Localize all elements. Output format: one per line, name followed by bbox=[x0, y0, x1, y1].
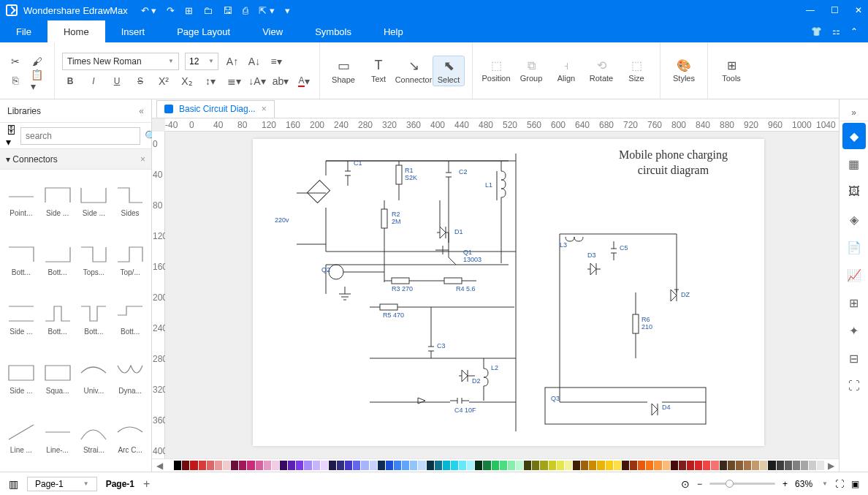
library-shape[interactable]: Line ... bbox=[4, 411, 38, 459]
customize-qat-button[interactable]: ▾ bbox=[285, 5, 290, 16]
color-swatch[interactable] bbox=[288, 461, 295, 470]
color-swatch[interactable] bbox=[500, 461, 507, 470]
color-swatch[interactable] bbox=[345, 461, 352, 470]
library-shape[interactable]: Sides bbox=[113, 174, 147, 222]
menu-view[interactable]: View bbox=[246, 20, 299, 42]
zoom-slider[interactable] bbox=[709, 483, 775, 485]
rotate-tool[interactable]: ⟲Rotate bbox=[585, 56, 617, 86]
copy-button[interactable]: ⎘ bbox=[7, 72, 23, 88]
library-shape[interactable]: Bott... bbox=[4, 233, 38, 281]
save-button[interactable]: 🖫 bbox=[223, 5, 232, 16]
color-swatch[interactable] bbox=[646, 461, 653, 470]
strikethrough-button[interactable]: S bbox=[132, 73, 148, 89]
color-swatch[interactable] bbox=[313, 461, 320, 470]
table-icon[interactable]: ⊞ bbox=[842, 290, 866, 316]
color-swatch[interactable] bbox=[752, 461, 759, 470]
color-swatch[interactable] bbox=[711, 461, 718, 470]
label-l1[interactable]: L1 bbox=[485, 181, 492, 189]
color-swatch[interactable] bbox=[532, 461, 539, 470]
font-family-select[interactable]: Times New Roman▼ bbox=[62, 53, 179, 70]
add-page-button[interactable]: + bbox=[143, 477, 150, 491]
subscript-button[interactable]: X₂ bbox=[179, 73, 195, 89]
select-tool[interactable]: ⬉Select bbox=[433, 56, 465, 86]
color-swatch[interactable] bbox=[549, 461, 556, 470]
collapse-libraries-button[interactable]: « bbox=[139, 106, 144, 116]
image-icon[interactable]: 🖼 bbox=[842, 178, 866, 205]
color-swatch[interactable] bbox=[199, 461, 206, 470]
pages-view-button[interactable]: ▥ bbox=[9, 478, 18, 490]
font-color-button[interactable]: A▾ bbox=[296, 73, 312, 89]
cut-button[interactable]: ✂ bbox=[7, 53, 23, 69]
library-shape[interactable]: Side ... bbox=[4, 352, 38, 400]
color-swatch[interactable] bbox=[353, 461, 360, 470]
library-shape[interactable]: Bott... bbox=[113, 292, 147, 341]
menu-page-layout[interactable]: Page Layout bbox=[161, 20, 246, 42]
color-swatch[interactable] bbox=[622, 461, 629, 470]
color-swatch[interactable] bbox=[809, 461, 816, 470]
color-swatch[interactable] bbox=[817, 461, 824, 470]
text-case-button[interactable]: ab▾ bbox=[273, 73, 289, 89]
color-swatch[interactable] bbox=[744, 461, 751, 470]
position-tool[interactable]: ⬚Position bbox=[480, 56, 512, 86]
text-tool[interactable]: TText bbox=[362, 56, 395, 86]
library-shape[interactable]: Top/... bbox=[113, 233, 147, 281]
menu-insert[interactable]: Insert bbox=[105, 20, 161, 42]
format-painter-button[interactable]: 🖌 bbox=[29, 53, 45, 69]
label-c2[interactable]: C2 bbox=[459, 168, 468, 175]
label-d1[interactable]: D1 bbox=[454, 228, 463, 235]
fit-page-button[interactable]: ⛶ bbox=[835, 479, 844, 489]
color-swatch[interactable] bbox=[565, 461, 572, 470]
color-swatch[interactable] bbox=[402, 461, 409, 470]
library-shape[interactable]: Arc C... bbox=[113, 411, 147, 459]
bullet-list-button[interactable]: ≣▾ bbox=[226, 73, 242, 89]
color-swatch[interactable] bbox=[166, 461, 173, 470]
color-swatch[interactable] bbox=[435, 461, 442, 470]
color-swatch[interactable] bbox=[304, 461, 311, 470]
color-swatch[interactable] bbox=[638, 461, 645, 470]
color-swatch[interactable] bbox=[606, 461, 613, 470]
label-c1[interactable]: C1 bbox=[354, 159, 362, 167]
color-swatch[interactable] bbox=[777, 461, 784, 470]
color-swatch[interactable] bbox=[581, 461, 588, 470]
fullscreen-icon[interactable]: ⛶ bbox=[842, 373, 866, 399]
color-swatch[interactable] bbox=[597, 461, 604, 470]
group-tool[interactable]: ⧉Group bbox=[515, 56, 547, 86]
color-swatch[interactable] bbox=[443, 461, 450, 470]
open-button[interactable]: 🗀 bbox=[203, 5, 213, 16]
theme-icon[interactable]: ◆ bbox=[842, 123, 866, 149]
library-shape[interactable]: Bott... bbox=[41, 292, 75, 341]
color-swatch[interactable] bbox=[223, 461, 230, 470]
clipart-icon[interactable]: ✦ bbox=[842, 317, 866, 344]
color-swatch[interactable] bbox=[459, 461, 466, 470]
tools-button[interactable]: ⊞Tools bbox=[715, 56, 747, 86]
label-c4[interactable]: C4 10F bbox=[454, 407, 476, 414]
text-direction-button[interactable]: ↓A▾ bbox=[249, 73, 265, 89]
grid-icon[interactable]: ▦ bbox=[842, 151, 866, 177]
color-swatch[interactable] bbox=[215, 461, 222, 470]
label-c3[interactable]: C3 bbox=[437, 342, 446, 349]
size-tool[interactable]: ⬚Size bbox=[620, 56, 652, 86]
library-category-header[interactable]: ▾ Connectors × bbox=[0, 149, 151, 170]
page-label[interactable]: Page-1 bbox=[106, 479, 134, 489]
color-swatch[interactable] bbox=[182, 461, 189, 470]
menu-help[interactable]: Help bbox=[368, 20, 419, 42]
color-swatch[interactable] bbox=[785, 461, 792, 470]
color-swatch[interactable] bbox=[679, 461, 686, 470]
label-r6[interactable]: R6 210 bbox=[642, 316, 652, 330]
underline-button[interactable]: U bbox=[109, 73, 125, 89]
apps-icon[interactable]: ⚏ bbox=[832, 26, 840, 37]
zoom-out-button[interactable]: − bbox=[697, 479, 702, 489]
color-swatch[interactable] bbox=[728, 461, 735, 470]
color-swatch[interactable] bbox=[483, 461, 490, 470]
library-shape[interactable]: Squa... bbox=[41, 352, 75, 400]
font-size-select[interactable]: 12▼ bbox=[185, 53, 218, 70]
color-swatch[interactable] bbox=[589, 461, 596, 470]
label-q3[interactable]: Q3 bbox=[551, 395, 560, 402]
label-d4[interactable]: D4 bbox=[662, 404, 671, 411]
color-swatch[interactable] bbox=[793, 461, 800, 470]
export-button[interactable]: ⇱ ▾ bbox=[259, 5, 275, 16]
label-d2[interactable]: D2 bbox=[472, 377, 481, 385]
color-swatch[interactable] bbox=[451, 461, 458, 470]
label-c5[interactable]: C5 bbox=[620, 244, 628, 252]
color-swatch[interactable] bbox=[703, 461, 710, 470]
